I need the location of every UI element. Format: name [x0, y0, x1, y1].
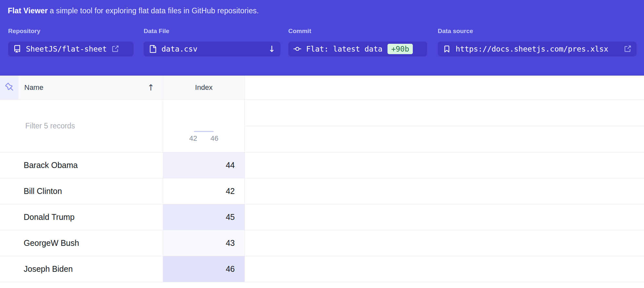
git-commit-icon [293, 45, 301, 53]
row-index-cell[interactable]: 45 [163, 204, 245, 230]
controls-row: Repository SheetJS/flat-sheet Data File … [8, 28, 644, 56]
row-name-cell[interactable]: Donald Trump [0, 204, 163, 230]
histogram-min-label: 42 [189, 134, 197, 143]
data-file-label: Data File [144, 28, 280, 35]
row-filler [245, 230, 644, 256]
file-icon [149, 45, 157, 53]
index-histogram [194, 109, 214, 129]
column-header-name[interactable]: Name ↑ [18, 76, 163, 100]
filter-input[interactable] [0, 100, 163, 152]
row-index-cell[interactable]: 43 [163, 230, 245, 256]
header-filler [245, 76, 644, 100]
row-name-cell[interactable]: GeorgeW Bush [0, 230, 163, 256]
histogram-track [194, 131, 214, 132]
data-source-control: Data source https://docs.sheetjs.com/pre… [438, 28, 637, 56]
repository-control: Repository SheetJS/flat-sheet [8, 28, 134, 56]
histogram-range-labels: 42 46 [189, 134, 219, 143]
commit-control: Commit Flat: latest data +90b [288, 28, 427, 56]
repository-label: Repository [8, 28, 134, 35]
row-index-cell[interactable]: 46 [163, 256, 245, 282]
external-link-icon [624, 45, 631, 53]
filler-row-divider [245, 100, 644, 126]
app-subtitle: a simple tool for exploring flat data fi… [50, 6, 259, 15]
column-header-index[interactable]: Index [163, 76, 245, 100]
row-name-cell[interactable]: Bill Clinton [0, 178, 163, 204]
filter-cell [0, 100, 163, 152]
histogram-max-label: 46 [210, 134, 218, 143]
row-filler [245, 204, 644, 230]
filter-filler [245, 100, 644, 152]
data-source-label: Data source [438, 28, 637, 35]
app-header: Flat Viewera simple tool for exploring f… [0, 0, 644, 76]
column-header-name-label: Name [24, 83, 43, 92]
data-source-value: https://docs.sheetjs.com/pres.xlsx [456, 45, 608, 53]
data-file-value: data.csv [161, 45, 197, 53]
row-index-cell[interactable]: 44 [163, 152, 245, 178]
commit-button[interactable]: Flat: latest data +90b [288, 42, 427, 56]
repository-value: SheetJS/flat-sheet [26, 45, 107, 53]
index-histogram-cell: 42 46 [163, 100, 245, 152]
data-source-button[interactable]: https://docs.sheetjs.com/pres.xlsx [438, 42, 637, 56]
commit-message: Flat: latest data [306, 45, 382, 53]
row-filler [245, 178, 644, 204]
row-name-cell[interactable]: Joseph Biden [0, 256, 163, 282]
commit-label: Commit [288, 28, 427, 35]
data-file-control: Data File data.csv ↓ [144, 28, 280, 56]
data-grid: Name ↑ Index 42 46 Barack Obama44Bill Cl… [0, 76, 644, 282]
external-link-icon [111, 45, 119, 53]
sticky-column-toggle[interactable] [0, 76, 18, 100]
column-header-index-label: Index [195, 83, 213, 92]
download-arrow-icon[interactable]: ↓ [268, 45, 275, 53]
data-file-button[interactable]: data.csv ↓ [144, 42, 280, 56]
sort-ascending-icon: ↑ [147, 83, 163, 92]
app-title-line: Flat Viewera simple tool for exploring f… [0, 0, 644, 15]
repo-icon [13, 45, 21, 53]
row-name-cell[interactable]: Barack Obama [0, 152, 163, 178]
pin-icon [5, 83, 14, 92]
app-title: Flat Viewer [8, 6, 48, 15]
row-filler [245, 256, 644, 282]
repository-button[interactable]: SheetJS/flat-sheet [8, 42, 134, 56]
bookmark-icon [443, 45, 451, 53]
row-index-cell[interactable]: 42 [163, 178, 245, 204]
diffstat-badge: +90b [388, 44, 412, 54]
row-filler [245, 152, 644, 178]
